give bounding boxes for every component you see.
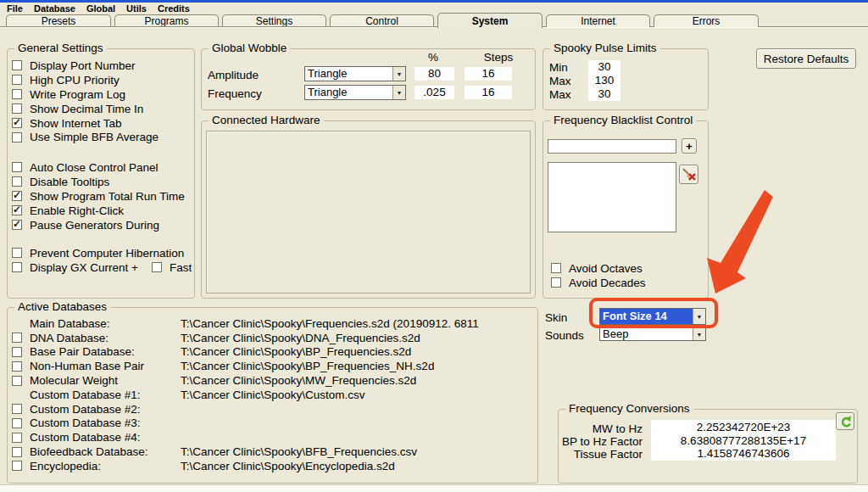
checkbox-row[interactable]: Show Decimal Time In	[12, 102, 193, 116]
checkbox-label: Enable Right-Click	[30, 204, 124, 217]
checkbox[interactable]	[12, 347, 22, 357]
checkbox[interactable]	[12, 103, 22, 114]
checkbox[interactable]	[12, 162, 22, 172]
tab-presets[interactable]: Presets	[6, 14, 111, 27]
checkbox[interactable]	[12, 361, 22, 372]
checkbox-row[interactable]: Auto Close Control Panel	[12, 160, 193, 175]
pulse-min-field[interactable]: 30	[588, 60, 620, 74]
frequency-steps-field[interactable]: 16	[465, 86, 512, 99]
bp-to-hz-factor-value[interactable]: 8.63808777288135E+17	[651, 434, 836, 448]
percent-column-header: %	[420, 51, 447, 64]
blacklist-listbox[interactable]	[548, 162, 676, 232]
frequency-wave-select[interactable]: Triangle ▼	[304, 85, 406, 100]
avoid-octaves-row[interactable]: Avoid Octaves	[551, 261, 643, 276]
mw-to-hz-value[interactable]: 2.252342720E+23	[651, 421, 836, 434]
table-row: Custom Database #4:	[12, 430, 533, 444]
db-label: Custom Database #4:	[30, 431, 181, 444]
checkbox-row[interactable]: Display GX Current + Fast	[12, 260, 207, 275]
checkbox[interactable]	[12, 461, 22, 471]
menu-database[interactable]: Database	[34, 3, 75, 14]
frequency-blacklist-title: Frequency Blacklist Control	[550, 114, 696, 126]
pulse-max2-field[interactable]: 30	[588, 87, 620, 101]
pulse-max-field[interactable]: 130	[588, 74, 620, 87]
avoid-decades-checkbox[interactable]	[551, 277, 561, 288]
spooky-pulse-limits-title: Spooky Pulse Limits	[550, 42, 660, 54]
sounds-select[interactable]: Beep ▼	[599, 327, 706, 341]
checkbox[interactable]	[12, 433, 22, 443]
checkbox-label: Write Program Log	[30, 88, 125, 101]
db-path: T:\Cancer Clinic\Spooky\MW_Frequencies.s…	[181, 374, 533, 387]
menu-utils[interactable]: Utils	[126, 3, 147, 14]
checkbox[interactable]	[12, 205, 22, 215]
restore-defaults-button[interactable]: Restore Defaults	[756, 48, 856, 69]
avoid-octaves-checkbox[interactable]	[551, 263, 561, 273]
tab-settings[interactable]: Settings	[222, 14, 326, 27]
checkbox-row[interactable]: Enable Right-Click	[12, 204, 193, 218]
frequency-label: Frequency	[208, 87, 262, 100]
blacklist-clear-button[interactable]	[679, 165, 698, 184]
frequency-wave-value: Triangle	[305, 86, 392, 99]
bp-to-hz-factor-label: BP to Hz Factor	[559, 435, 643, 448]
tab-control[interactable]: Control	[330, 14, 434, 27]
checkbox[interactable]	[12, 418, 22, 428]
tab-errors[interactable]: Errors	[654, 14, 759, 27]
checkbox[interactable]	[12, 376, 22, 386]
global-wobble-title: Global Wobble	[209, 42, 290, 54]
amplitude-wave-select[interactable]: Triangle ▼	[304, 66, 406, 81]
tab-programs[interactable]: Programs	[114, 14, 219, 27]
avoid-decades-row[interactable]: Avoid Decades	[551, 276, 646, 290]
menu-file[interactable]: File	[7, 3, 23, 14]
blacklist-input[interactable]	[548, 139, 676, 154]
checkbox[interactable]	[12, 89, 22, 99]
menu-global[interactable]: Global	[86, 3, 115, 14]
fast-checkbox[interactable]	[152, 262, 162, 272]
checkbox[interactable]	[12, 248, 22, 258]
chevron-down-icon[interactable]: ▼	[392, 86, 405, 99]
checkbox[interactable]	[12, 118, 22, 128]
checkbox[interactable]	[12, 262, 22, 272]
checkbox-row[interactable]: Show Internet Tab	[12, 116, 193, 131]
table-row: Custom Database #3:	[12, 417, 533, 431]
reset-conversions-button[interactable]	[836, 412, 854, 430]
tissue-factor-value[interactable]: 1.4158746743606	[651, 447, 836, 461]
checkbox[interactable]	[12, 404, 22, 414]
checkbox-row[interactable]: High CPU Priority	[12, 73, 193, 87]
tab-internet[interactable]: Internet	[546, 14, 650, 27]
checkbox[interactable]	[12, 60, 22, 70]
checkbox-row[interactable]: Show Program Total Run Time	[12, 189, 193, 204]
checkbox-row[interactable]: Use Simple BFB Average	[12, 130, 193, 144]
checkbox-row[interactable]: Pause Generators During	[12, 218, 193, 232]
db-path: T:\Cancer Clinic\Spooky\Frequencies.s2d …	[181, 317, 533, 330]
checkbox[interactable]	[12, 191, 22, 201]
checkbox-label: Fast	[170, 261, 192, 274]
amplitude-percent-field[interactable]: 80	[415, 67, 454, 81]
sounds-label: Sounds	[545, 329, 584, 342]
db-label: Biofeedback Database:	[30, 445, 181, 458]
table-row: Custom Database #2:	[12, 402, 533, 417]
checkbox-row[interactable]: Disable Tooltips	[12, 175, 193, 189]
checkbox-row[interactable]: Write Program Log	[12, 87, 193, 102]
db-path: T:\Cancer Clinic\Spooky\BFB_Frequencies.…	[181, 445, 533, 458]
pulse-min-label: Min	[549, 61, 568, 74]
checkbox[interactable]	[12, 220, 22, 230]
avoid-octaves-label: Avoid Octaves	[569, 262, 643, 275]
checkbox[interactable]	[12, 333, 22, 343]
chevron-down-icon[interactable]: ▼	[392, 67, 405, 81]
amplitude-steps-field[interactable]: 16	[465, 67, 512, 81]
frequency-percent-field[interactable]: .025	[415, 86, 454, 99]
checkbox[interactable]	[12, 176, 22, 187]
menu-credits[interactable]: Credits	[158, 3, 190, 14]
checkbox[interactable]	[12, 132, 22, 143]
db-path: T:\Cancer Clinic\Spooky\Custom.csv	[181, 389, 533, 401]
chevron-down-icon[interactable]: ▼	[693, 328, 705, 340]
conversion-values-box[interactable]: 2.252342720E+23 8.63808777288135E+17 1.4…	[651, 420, 836, 461]
active-databases-title: Active Databases	[14, 300, 110, 313]
checkbox-row[interactable]: Display Port Number	[12, 59, 193, 73]
db-label: Base Pair Database:	[30, 345, 181, 358]
checkbox[interactable]	[12, 447, 22, 457]
tab-system[interactable]: System	[437, 13, 542, 28]
blacklist-add-button[interactable]: +	[682, 138, 697, 154]
annotation-arrow	[702, 190, 778, 300]
checkbox-row[interactable]: Prevent Computer Hibernation	[12, 246, 207, 260]
checkbox[interactable]	[12, 75, 22, 85]
